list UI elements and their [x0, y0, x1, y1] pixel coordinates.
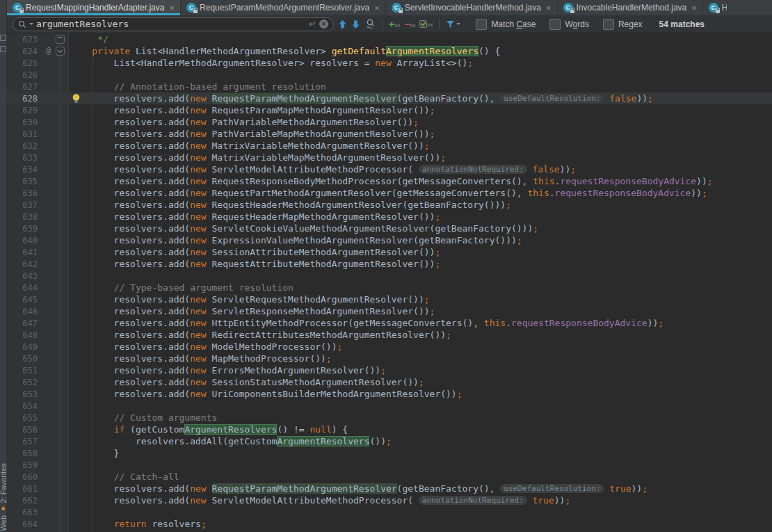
line-number[interactable]: 642 [7, 259, 38, 271]
fold-marker[interactable] [56, 35, 65, 44]
line-number[interactable]: 634 [7, 164, 38, 176]
line-number[interactable]: 625 [7, 58, 38, 70]
line-number[interactable]: 661 [7, 483, 38, 495]
gutter[interactable]: 655 [7, 412, 69, 424]
tool-window-icon[interactable] [0, 35, 6, 41]
gutter[interactable]: 639 [7, 223, 69, 234]
gutter[interactable]: 636 [7, 187, 69, 199]
gutter[interactable]: 659 [7, 459, 69, 471]
search-history-chevron-icon[interactable] [29, 23, 33, 25]
line-number[interactable]: 644 [7, 282, 38, 294]
select-all-occurrences-button[interactable]: xx [419, 20, 433, 28]
gutter[interactable]: 646 [7, 305, 69, 317]
intention-bulb-icon[interactable] [72, 93, 81, 106]
code-line[interactable]: 656 if (getCustomArgumentResolvers() != … [7, 424, 772, 435]
tool-window-icon[interactable] [0, 46, 6, 52]
line-number[interactable]: 640 [7, 235, 38, 247]
code-line[interactable]: 657 resolvers.addAll(getCustomArgumentRe… [7, 435, 772, 447]
gutter[interactable]: 643 [7, 270, 69, 282]
gutter[interactable]: 644 [7, 282, 69, 293]
code-line[interactable]: 637 resolvers.add(new RequestHeaderMetho… [7, 199, 772, 211]
filter-search-results-button[interactable] [446, 20, 460, 29]
find-all-occurrences-button[interactable]: ALL [364, 19, 376, 29]
gutter[interactable]: 664 [7, 518, 69, 530]
gutter[interactable]: 645 [7, 293, 69, 305]
line-number[interactable]: 641 [7, 247, 38, 259]
code-line[interactable]: 635 resolvers.add(new RequestResponseBod… [7, 175, 772, 187]
gutter[interactable]: 663 [7, 506, 69, 518]
tool-window-button-favorites[interactable]: 2: Favorites★ [0, 463, 8, 511]
line-number[interactable]: 657 [7, 436, 38, 448]
code-line[interactable]: 628 resolvers.add(new RequestParamMethod… [7, 92, 772, 104]
gutter[interactable]: 631 [7, 128, 69, 140]
next-occurrence-button[interactable] [351, 19, 360, 29]
gutter[interactable]: 662 [7, 494, 69, 506]
code-line[interactable]: 634 resolvers.add(new ServletModelAttrib… [7, 163, 772, 175]
code-line[interactable]: 664 return resolvers; [7, 518, 772, 530]
tool-window-button-web[interactable]: Web [0, 515, 8, 531]
line-number[interactable]: 648 [7, 330, 38, 341]
gutter[interactable]: 641 [7, 246, 69, 258]
gutter[interactable]: 625 [7, 57, 69, 69]
line-number[interactable]: 664 [7, 519, 38, 531]
search-field[interactable]: ↵ × [13, 17, 334, 31]
editor-tab[interactable]: CInvocableHandlerMethod.java× [558, 0, 703, 15]
code-line[interactable]: 626 [7, 69, 772, 81]
line-number[interactable]: 658 [7, 448, 38, 460]
line-number[interactable]: 636 [7, 188, 38, 200]
code-line[interactable]: 647 resolvers.add(new HttpEntityMethodPr… [7, 317, 772, 329]
gutter[interactable]: 649 [7, 341, 69, 353]
code-line[interactable]: 643 [7, 270, 772, 282]
line-number[interactable]: 646 [7, 306, 38, 318]
checkbox[interactable] [476, 19, 487, 30]
line-number[interactable]: 624 [7, 46, 38, 58]
gutter[interactable]: 634 [7, 163, 69, 175]
fold-marker[interactable] [56, 47, 65, 56]
line-number[interactable]: 651 [7, 365, 38, 377]
gutter[interactable]: 658 [7, 447, 69, 459]
line-number[interactable]: 652 [7, 377, 38, 389]
line-number[interactable]: 637 [7, 200, 38, 211]
line-number[interactable]: 663 [7, 507, 38, 519]
line-number[interactable]: 632 [7, 140, 38, 152]
close-icon[interactable]: × [169, 3, 175, 13]
code-line[interactable]: 660 // Catch-all [7, 471, 772, 483]
code-line[interactable]: 625 List<HandlerMethodArgumentResolver> … [7, 57, 772, 69]
gutter[interactable]: 650 [7, 353, 69, 364]
gutter[interactable]: 647 [7, 317, 69, 329]
code-line[interactable]: 624@ private List<HandlerMethodArgumentR… [7, 45, 772, 57]
gutter[interactable]: 628 [7, 92, 69, 104]
find-option-words[interactable]: Words [549, 19, 588, 30]
close-icon[interactable]: × [374, 3, 380, 13]
line-number[interactable]: 630 [7, 117, 38, 129]
code-line[interactable]: 644 // Type-based argument resolution [7, 282, 772, 293]
code-line[interactable]: 658 } [7, 447, 772, 459]
code-line[interactable]: 639 resolvers.add(new ServletCookieValue… [7, 223, 772, 234]
editor-tab[interactable]: CH [703, 0, 727, 15]
line-number[interactable]: 631 [7, 129, 38, 140]
editor[interactable]: 623 */624@ private List<HandlerMethodArg… [7, 33, 772, 532]
code-line[interactable]: 646 resolvers.add(new ServletResponseMet… [7, 305, 772, 317]
gutter[interactable]: 638 [7, 211, 69, 223]
code-line[interactable]: 662 resolvers.add(new ServletModelAttrib… [7, 494, 772, 506]
gutter[interactable]: 627 [7, 81, 69, 92]
code-line[interactable]: 659 [7, 459, 772, 471]
close-icon[interactable]: × [691, 3, 697, 13]
checkbox[interactable] [603, 19, 614, 30]
code-line[interactable]: 630 resolvers.add(new PathVariableMethod… [7, 116, 772, 128]
gutter[interactable]: 630 [7, 116, 69, 128]
line-number[interactable]: 654 [7, 401, 38, 412]
code-line[interactable]: 632 resolvers.add(new MatrixVariableMeth… [7, 140, 772, 152]
line-number[interactable]: 647 [7, 318, 38, 330]
gutter[interactable]: 657 [7, 435, 69, 447]
line-number[interactable]: 645 [7, 294, 38, 306]
gutter[interactable]: 648 [7, 329, 69, 341]
find-option-match-case[interactable]: Match Case [476, 19, 536, 30]
code-line[interactable]: 663 [7, 506, 772, 518]
line-number[interactable]: 626 [7, 70, 38, 81]
editor-tab[interactable]: CServletInvocableHandlerMethod.java× [386, 0, 558, 15]
line-number[interactable]: 638 [7, 211, 38, 223]
gutter[interactable]: 626 [7, 69, 69, 81]
code-line[interactable]: 633 resolvers.add(new MatrixVariableMapM… [7, 152, 772, 163]
line-number[interactable]: 653 [7, 389, 38, 401]
